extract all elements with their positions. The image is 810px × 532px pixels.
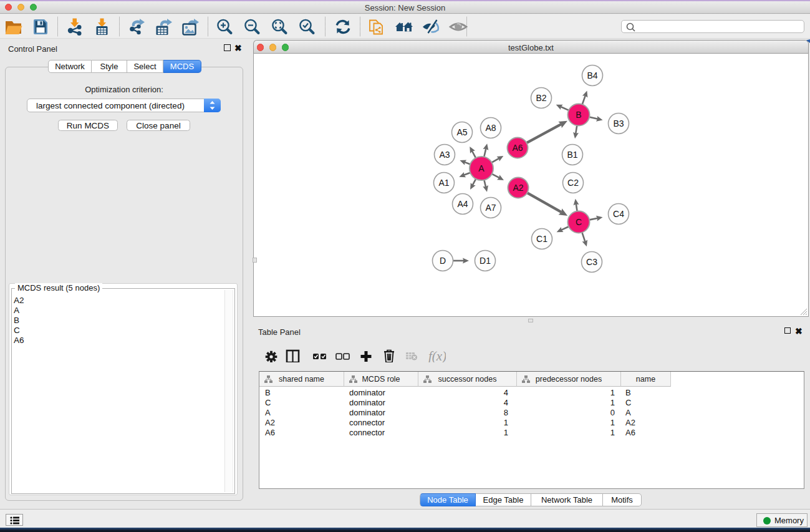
svg-text:A4: A4: [457, 199, 468, 209]
svg-text:C4: C4: [613, 209, 624, 219]
svg-text:A6: A6: [512, 143, 523, 153]
svg-text:A7: A7: [485, 203, 496, 213]
svg-text:C: C: [576, 217, 582, 227]
svg-text:C2: C2: [567, 178, 579, 188]
svg-text:D: D: [440, 256, 446, 266]
svg-text:A3: A3: [439, 150, 450, 160]
svg-text:B4: B4: [587, 70, 597, 80]
svg-text:A5: A5: [456, 127, 467, 137]
svg-text:B: B: [576, 110, 581, 120]
svg-text:A: A: [478, 163, 485, 173]
svg-text:A2: A2: [513, 183, 523, 193]
svg-text:C3: C3: [586, 257, 597, 267]
svg-text:B2: B2: [536, 93, 546, 103]
svg-text:A8: A8: [485, 123, 496, 133]
svg-text:f(x): f(x): [428, 349, 446, 362]
svg-text:B1: B1: [567, 150, 577, 160]
svg-text:D1: D1: [480, 256, 491, 266]
svg-text:C1: C1: [536, 234, 547, 244]
svg-text:A1: A1: [438, 178, 449, 188]
svg-text:B3: B3: [613, 118, 624, 128]
